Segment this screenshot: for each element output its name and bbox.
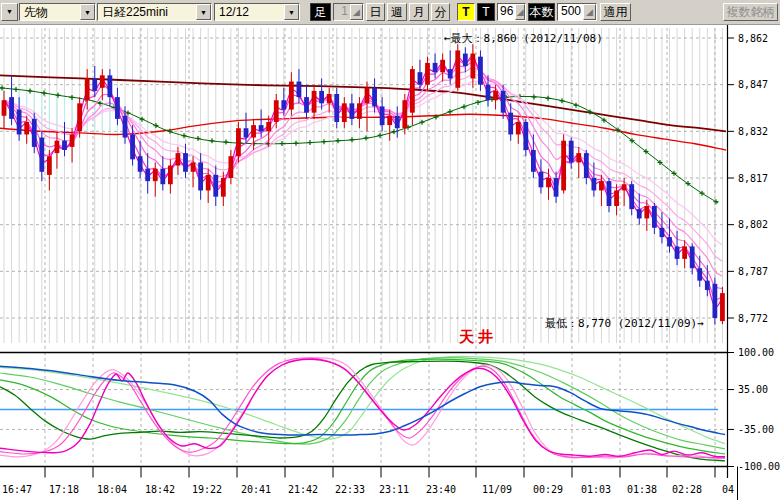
svg-text:22:33: 22:33	[335, 484, 365, 495]
tick-mode-label[interactable]: T	[477, 3, 495, 21]
interval-value: 1	[334, 4, 350, 20]
apply-button[interactable]: 適用	[600, 3, 631, 21]
svg-text:04: 04	[722, 484, 734, 495]
bar-type-button[interactable]: 足	[310, 3, 331, 21]
chevron-down-icon[interactable]: ▼	[284, 4, 299, 20]
period-month-button[interactable]: 月	[409, 3, 429, 21]
svg-text:8,802: 8,802	[738, 219, 768, 230]
chevron-down-icon[interactable]: ▼	[80, 4, 95, 20]
chart-application-window: ▼ 先物 ▼ 日経225mini ▼ 12/12 ▼ 足 1 ◢ 日 週 月 分…	[0, 0, 780, 500]
svg-text:8,862: 8,862	[738, 33, 768, 44]
toolbar: ▼ 先物 ▼ 日経225mini ▼ 12/12 ▼ 足 1 ◢ 日 週 月 分…	[0, 0, 780, 25]
svg-text:-100.00: -100.00	[738, 461, 780, 472]
svg-text:18:42: 18:42	[145, 484, 175, 495]
max-price-annotation: ←最大：8,860 (2012/11/08)	[444, 31, 603, 46]
spinner-grip-icon[interactable]: ◢	[515, 4, 525, 20]
multi-symbol-button[interactable]: 複数銘柄	[723, 3, 778, 21]
svg-text:19:22: 19:22	[192, 484, 222, 495]
tick-count-spinner[interactable]: 96 ◢	[497, 3, 526, 21]
period-minute-button[interactable]: 分	[431, 3, 450, 21]
svg-text:23:40: 23:40	[426, 484, 456, 495]
period-day-button[interactable]: 日	[366, 3, 385, 21]
contract-month-value: 12/12	[215, 4, 284, 20]
bar-count-value: 500	[558, 4, 583, 20]
svg-text:18:04: 18:04	[97, 484, 127, 495]
period-week-button[interactable]: 週	[387, 3, 407, 21]
svg-text:01:03: 01:03	[581, 484, 611, 495]
tick-toggle-button[interactable]: T	[457, 3, 475, 21]
contract-month-select[interactable]: 12/12 ▼	[214, 3, 300, 21]
market-select-value: 先物	[20, 4, 80, 20]
svg-text:21:42: 21:42	[288, 484, 318, 495]
chevron-down-icon[interactable]: ▼	[196, 4, 211, 20]
svg-text:-35.00: -35.00	[738, 424, 774, 435]
svg-text:35.00: 35.00	[738, 384, 768, 395]
svg-text:20:41: 20:41	[241, 484, 271, 495]
market-select[interactable]: 先物 ▼	[19, 3, 96, 21]
bars-label: 本数	[528, 3, 555, 21]
tick-count-value: 96	[498, 4, 515, 20]
svg-text:00:29: 00:29	[533, 484, 563, 495]
svg-text:23:11: 23:11	[379, 484, 409, 495]
symbol-select-value: 日経225mini	[98, 4, 196, 20]
svg-text:8,847: 8,847	[738, 79, 768, 90]
min-price-annotation: 最低：8,770 (2012/11/09)→	[545, 316, 704, 331]
svg-text:17:18: 17:18	[49, 484, 79, 495]
svg-text:8,817: 8,817	[738, 173, 768, 184]
bar-count-spinner[interactable]: 500 ◢	[557, 3, 597, 21]
interval-spinner[interactable]: 1 ◢	[333, 3, 364, 21]
spinner-grip-icon[interactable]: ◢	[350, 4, 363, 20]
spinner-grip-icon[interactable]: ◢	[583, 4, 596, 20]
svg-text:8,787: 8,787	[738, 266, 768, 277]
chevron-down-icon[interactable]: ▼	[1, 3, 18, 21]
svg-text:01:38: 01:38	[627, 484, 657, 495]
svg-text:100.00: 100.00	[738, 347, 774, 358]
ceiling-annotation: 天井	[459, 328, 497, 347]
svg-text:11/09: 11/09	[482, 484, 512, 495]
price-chart-canvas: 8,8628,8478,8328,8178,8028,7878,772100.0…	[0, 0, 780, 500]
svg-text:8,832: 8,832	[738, 126, 768, 137]
symbol-select[interactable]: 日経225mini ▼	[97, 3, 212, 21]
svg-text:8,772: 8,772	[738, 313, 768, 324]
svg-text:16:47: 16:47	[2, 484, 32, 495]
svg-text:02:28: 02:28	[672, 484, 702, 495]
